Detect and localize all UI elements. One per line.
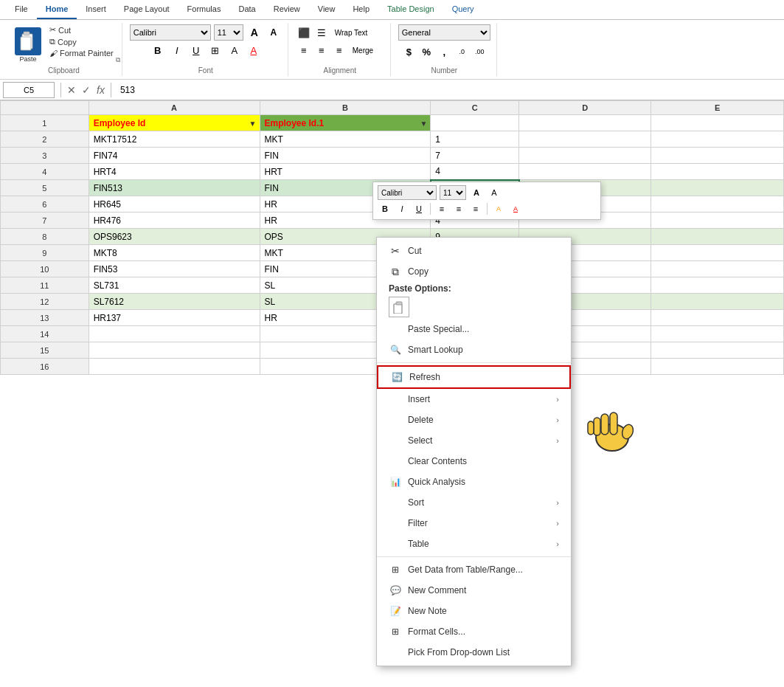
menu-item-copy[interactable]: ⧉ Copy (377, 261, 571, 282)
tab-data[interactable]: Data (229, 0, 264, 19)
cell-e6[interactable] (651, 196, 784, 213)
confirm-formula-icon[interactable]: ✓ (82, 84, 91, 96)
cell-e15[interactable] (651, 342, 784, 359)
mini-shrink-button[interactable]: A (487, 185, 502, 200)
align-top-button[interactable]: ⬛ (296, 24, 312, 41)
col-header-d[interactable]: D (519, 101, 651, 115)
mini-font-color[interactable]: A (508, 201, 523, 216)
cell-a4[interactable]: HRT4 (89, 164, 260, 180)
font-size-select[interactable]: 11 (214, 24, 243, 41)
cancel-formula-icon[interactable]: ✕ (67, 84, 76, 96)
align-middle-button[interactable]: ☰ (313, 24, 330, 41)
filter-arrow-a[interactable]: ▼ (249, 119, 257, 127)
mini-italic-button[interactable]: I (395, 201, 409, 216)
paste-button[interactable]: Paste (12, 24, 44, 66)
cell-e13[interactable] (651, 310, 784, 326)
cut-button[interactable]: ✂ Cut (47, 24, 116, 35)
cell-d4[interactable] (519, 164, 651, 180)
cell-a10[interactable]: FIN53 (89, 261, 260, 277)
cell-a8[interactable]: OPS9623 (89, 229, 260, 245)
font-shrink-button[interactable]: A (266, 24, 282, 41)
bold-button[interactable]: B (150, 42, 166, 58)
menu-item-table[interactable]: Table › (377, 534, 571, 554)
mini-bold-button[interactable]: B (378, 201, 392, 216)
menu-item-smart-lookup[interactable]: 🔍 Smart Lookup (377, 339, 571, 360)
align-right-button[interactable]: ≡ (331, 42, 347, 58)
cell-c3[interactable]: 7 (431, 148, 519, 164)
number-format-select[interactable]: General (398, 24, 490, 41)
menu-item-paste-special[interactable]: Paste Special... (377, 319, 571, 339)
cell-a2[interactable]: MKT17512 (89, 131, 260, 148)
merge-button[interactable]: Merge (349, 42, 377, 58)
menu-item-new-note[interactable]: 📝 New Note (377, 601, 571, 621)
menu-item-get-data[interactable]: ⊞ Get Data from Table/Range... (377, 559, 571, 580)
cell-a13[interactable]: HR137 (89, 310, 260, 326)
cell-c2[interactable]: 1 (431, 131, 519, 148)
cell-a9[interactable]: MKT8 (89, 245, 260, 261)
cell-d1[interactable] (519, 115, 651, 131)
cell-e2[interactable] (651, 131, 784, 148)
tab-page-layout[interactable]: Page Layout (115, 0, 178, 19)
decrease-decimal-button[interactable]: .00 (471, 44, 488, 60)
font-grow-button[interactable]: A (246, 24, 263, 41)
clipboard-expander[interactable]: ⧉ (116, 56, 120, 64)
menu-item-select[interactable]: Select › (377, 430, 571, 451)
menu-item-pick-dropdown[interactable]: Pick From Drop-down List (377, 642, 571, 663)
mini-align-left[interactable]: ≡ (434, 201, 449, 216)
cell-a5[interactable]: FIN513 (89, 180, 260, 196)
wrap-text-button[interactable]: Wrap Text (331, 24, 372, 41)
cell-a12[interactable]: SL7612 (89, 294, 260, 310)
tab-home[interactable]: Home (37, 0, 77, 19)
border-button[interactable]: ⊞ (207, 42, 223, 58)
menu-item-delete[interactable]: Delete › (377, 410, 571, 430)
cell-a11[interactable]: SL731 (89, 277, 260, 294)
cell-a15[interactable] (89, 342, 260, 359)
menu-item-clear-contents[interactable]: Clear Contents (377, 451, 571, 472)
cell-a14[interactable] (89, 326, 260, 342)
cell-e10[interactable] (651, 261, 784, 277)
copy-button[interactable]: ⧉ Copy (47, 36, 116, 47)
cell-b3[interactable]: FIN (260, 148, 431, 164)
menu-item-format-cells[interactable]: ⊞ Format Cells... (377, 621, 571, 642)
menu-item-new-comment[interactable]: 💬 New Comment (377, 580, 571, 601)
mini-underline-button[interactable]: U (412, 201, 426, 216)
col-header-a[interactable]: A (89, 101, 260, 115)
tab-file[interactable]: File (6, 0, 37, 19)
menu-item-quick-analysis[interactable]: 📊 Quick Analysis (377, 472, 571, 492)
menu-item-filter[interactable]: Filter › (377, 513, 571, 534)
fill-color-button[interactable]: A (226, 42, 243, 58)
align-center-button[interactable]: ≡ (313, 42, 330, 58)
font-color-button[interactable]: A (246, 42, 262, 58)
underline-button[interactable]: U (188, 42, 204, 58)
menu-item-refresh[interactable]: 🔄 Refresh (377, 365, 571, 389)
font-name-select[interactable]: Calibri (130, 24, 211, 41)
align-left-button[interactable]: ≡ (296, 42, 312, 58)
insert-function-icon[interactable]: fx (97, 84, 105, 96)
cell-e1[interactable] (651, 115, 784, 131)
increase-decimal-button[interactable]: .0 (454, 44, 470, 60)
cell-d2[interactable] (519, 131, 651, 148)
mini-size-select[interactable]: 11 (440, 185, 466, 200)
cell-a16[interactable] (89, 359, 260, 375)
cell-b2[interactable]: MKT (260, 131, 431, 148)
cell-d3[interactable] (519, 148, 651, 164)
mini-align-right[interactable]: ≡ (468, 201, 483, 216)
mini-font-select[interactable]: Calibri (378, 185, 437, 200)
cell-e16[interactable] (651, 359, 784, 375)
cell-e8[interactable] (651, 229, 784, 245)
menu-item-cut[interactable]: ✂ Cut (377, 241, 571, 261)
tab-insert[interactable]: Insert (77, 0, 115, 19)
mini-align-center[interactable]: ≡ (451, 201, 466, 216)
col-header-e[interactable]: E (651, 101, 784, 115)
paste-icon-1[interactable] (389, 297, 409, 317)
cell-a7[interactable]: HR476 (89, 213, 260, 229)
tab-help[interactable]: Help (344, 0, 378, 19)
italic-button[interactable]: I (169, 42, 185, 58)
cell-e11[interactable] (651, 277, 784, 294)
cell-c4[interactable]: 4 (431, 164, 519, 180)
cell-e3[interactable] (651, 148, 784, 164)
comma-button[interactable]: , (436, 44, 452, 60)
mini-grow-button[interactable]: A (469, 185, 484, 200)
currency-button[interactable]: $ (400, 44, 417, 60)
cell-e9[interactable] (651, 245, 784, 261)
